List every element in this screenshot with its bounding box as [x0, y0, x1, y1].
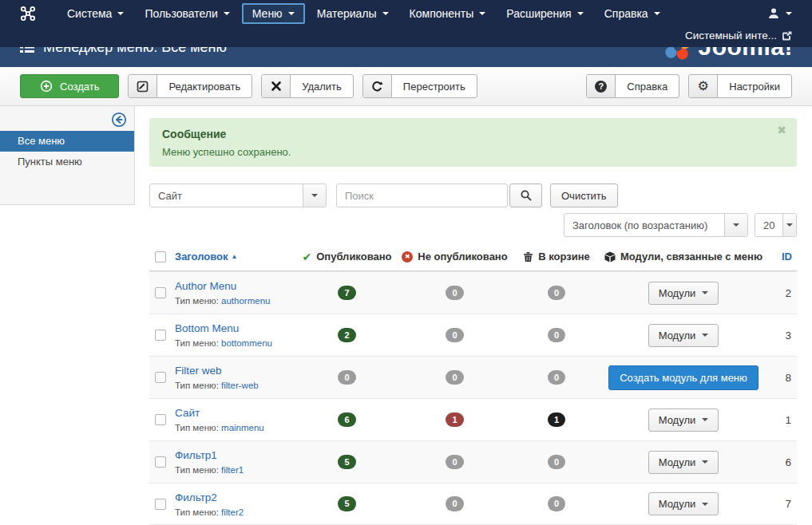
- menu-type: Тип меню: bottommenu: [175, 338, 297, 348]
- user-menu[interactable]: [767, 7, 792, 20]
- check-icon: ✔: [302, 251, 311, 262]
- menu-type-link[interactable]: bottommenu: [221, 338, 272, 348]
- collapse-sidebar-icon[interactable]: [111, 112, 127, 128]
- menu-title-link[interactable]: Bottom Menu: [175, 322, 239, 334]
- table-row: Filter web Тип меню: filter-web 0 0 0 Со…: [149, 356, 797, 398]
- new-button[interactable]: Создать: [20, 74, 119, 98]
- row-id: 7: [766, 498, 797, 510]
- joomla-logo-mark-icon: [663, 47, 693, 62]
- menu-item-menus[interactable]: Меню: [242, 3, 305, 24]
- row-id: 6: [766, 456, 797, 468]
- modules-dropdown-button[interactable]: Модули: [648, 282, 719, 305]
- menus-table: Заголовок▲ ✔Опубликовано ✖Не опубликован…: [149, 243, 797, 525]
- unpublished-badge: 0: [446, 496, 463, 511]
- help-button[interactable]: ? Справка: [586, 74, 679, 98]
- table-header-row: Заголовок▲ ✔Опубликовано ✖Не опубликован…: [149, 243, 797, 271]
- chevron-down-icon: [702, 334, 708, 337]
- sidebar-item-all-menus[interactable]: Все меню: [0, 131, 134, 152]
- modules-dropdown-button[interactable]: Модули: [648, 324, 719, 347]
- published-badge: 2: [338, 328, 355, 342]
- menu-title-link[interactable]: Сайт: [175, 407, 200, 419]
- site-preview-link[interactable]: Системный инте...: [685, 30, 792, 41]
- search-button[interactable]: [509, 184, 542, 207]
- sidebar-menu: Все меню Пункты меню: [0, 131, 134, 172]
- create-module-button[interactable]: Создать модуль для меню: [608, 365, 759, 390]
- edit-button[interactable]: Редактировать: [128, 74, 252, 98]
- menu-title-link[interactable]: Фильтр2: [175, 491, 217, 503]
- menu-item-content[interactable]: Материалы: [307, 3, 399, 24]
- chevron-down-icon: [724, 214, 747, 236]
- modules-cube-icon: [604, 251, 616, 262]
- title-band: Менеджер меню: Все меню Joomla!: [0, 47, 812, 67]
- published-badge: 6: [338, 412, 355, 427]
- menu-item-extensions[interactable]: Расширения: [496, 3, 593, 24]
- chevron-down-icon: [654, 12, 660, 15]
- toolbar: Создать Редактировать Удалить: [0, 67, 812, 106]
- modules-dropdown-button[interactable]: Модули: [648, 451, 719, 474]
- table-row: Bottom Menu Тип меню: bottommenu 2 0 0 М…: [149, 314, 797, 356]
- search-input[interactable]: [336, 184, 508, 207]
- row-id: 3: [766, 330, 797, 341]
- message-body: Меню успешно сохранено.: [162, 146, 784, 158]
- user-icon: [767, 7, 780, 20]
- sidebar: Все меню Пункты меню: [0, 106, 135, 205]
- table-row: Фильтр2 Тип меню: filter2 5 0 0 Модули 7: [149, 483, 797, 525]
- options-button[interactable]: ⚙ Настройки: [688, 74, 792, 98]
- close-message-icon[interactable]: ✖: [777, 124, 786, 136]
- menu-type-link[interactable]: filter1: [221, 465, 244, 475]
- published-badge: 7: [338, 286, 355, 300]
- clear-button[interactable]: Очистить: [550, 184, 618, 207]
- row-id: 1: [766, 414, 797, 426]
- row-checkbox[interactable]: [155, 456, 166, 468]
- unpublished-badge: 1: [446, 412, 463, 427]
- menu-item-help[interactable]: Справка: [594, 3, 671, 24]
- sort-asc-icon: ▲: [232, 253, 238, 260]
- row-checkbox[interactable]: [155, 414, 166, 425]
- menu-type: Тип меню: mainmenu: [175, 423, 297, 432]
- menu-type: Тип меню: filter1: [175, 465, 297, 475]
- trashed-badge: 0: [548, 328, 565, 342]
- main-area: Все меню Пункты меню ✖ Сообщение Меню ус…: [0, 106, 812, 525]
- help-icon: ?: [587, 75, 616, 97]
- toolbar-right-group: ? Справка ⚙ Настройки: [586, 74, 792, 98]
- menu-title-link[interactable]: Author Menu: [175, 280, 236, 292]
- menutype-select[interactable]: Сайт: [149, 184, 327, 207]
- menu-type-link[interactable]: authormenu: [221, 296, 270, 306]
- menu-title-link[interactable]: Filter web: [175, 365, 222, 377]
- menu-title-link[interactable]: Фильтр1: [175, 449, 217, 461]
- sidebar-item-menu-items[interactable]: Пункты меню: [0, 152, 134, 172]
- modules-dropdown-button[interactable]: Модули: [648, 409, 719, 432]
- modules-dropdown-button[interactable]: Модули: [648, 492, 719, 515]
- row-checkbox[interactable]: [155, 499, 166, 510]
- unpublished-badge: 0: [446, 455, 463, 469]
- menu-type-link[interactable]: mainmenu: [221, 423, 264, 432]
- menu-item-system[interactable]: Система: [57, 3, 134, 24]
- sort-by-title-link[interactable]: Заголовок▲: [175, 251, 237, 262]
- row-checkbox[interactable]: [155, 330, 166, 341]
- gear-icon: ⚙: [689, 75, 718, 97]
- delete-button[interactable]: Удалить: [261, 74, 354, 98]
- trashed-badge: 0: [548, 370, 565, 385]
- row-id: 8: [766, 372, 797, 384]
- chevron-down-icon: [702, 503, 708, 506]
- sort-by-id-link[interactable]: ID: [782, 251, 792, 262]
- unpublished-badge: 0: [446, 328, 463, 342]
- chevron-down-icon: [303, 184, 326, 207]
- rebuild-button[interactable]: Перестроить: [362, 74, 477, 98]
- row-checkbox[interactable]: [155, 372, 166, 383]
- sort-select[interactable]: Заголовок (по возрастанию): [564, 213, 748, 237]
- unpublished-icon: ✖: [402, 251, 413, 262]
- menu-type-link[interactable]: filter2: [221, 507, 244, 517]
- menu-item-components[interactable]: Компоненты: [399, 3, 497, 24]
- menu-type-link[interactable]: filter-web: [221, 381, 259, 390]
- toolbar-left-group: Создать Редактировать Удалить: [20, 74, 477, 98]
- chevron-down-icon: [117, 12, 124, 15]
- row-checkbox[interactable]: [155, 287, 166, 298]
- chevron-down-icon: [224, 12, 230, 15]
- chevron-down-icon: [702, 418, 708, 421]
- menu-item-users[interactable]: Пользователи: [134, 3, 240, 24]
- select-all-checkbox[interactable]: [155, 251, 166, 262]
- published-badge: 0: [338, 370, 355, 385]
- limit-select[interactable]: 20: [755, 213, 797, 237]
- unpublished-badge: 0: [446, 370, 463, 385]
